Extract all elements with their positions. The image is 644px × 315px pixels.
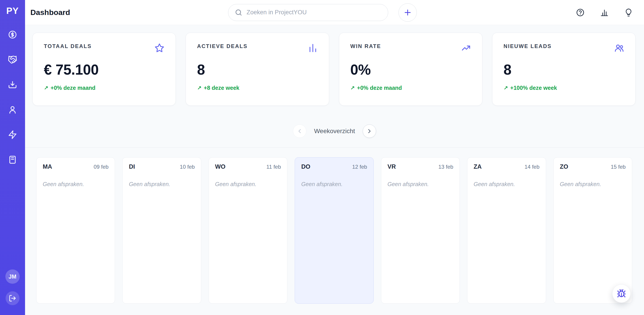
- trend-arrow-icon: ↗: [197, 85, 202, 91]
- logout-icon: [9, 295, 16, 302]
- day-date: 09 feb: [94, 164, 109, 170]
- stats-row: TOTAAL DEALS € 75.100 ↗ +0% deze maand A…: [25, 25, 644, 106]
- day-name: VR: [388, 163, 396, 170]
- trend-arrow-icon: ↗: [504, 85, 508, 91]
- day-empty-text: Geen afspraken.: [474, 181, 539, 187]
- day-date: 14 feb: [524, 164, 540, 170]
- trend-up-icon: [461, 43, 471, 54]
- stat-card-totaal-deals: TOTAAL DEALS € 75.100 ↗ +0% deze maand: [32, 33, 176, 106]
- sidebar-item-notes[interactable]: [4, 152, 20, 168]
- day-card-zo[interactable]: ZO 15 feb Geen afspraken.: [554, 157, 632, 304]
- main-area: Dashboard: [25, 0, 644, 315]
- day-date: 11 feb: [266, 164, 281, 170]
- search-icon: [234, 8, 242, 16]
- app-logo[interactable]: PY: [6, 6, 18, 16]
- week-grid: MA 09 feb Geen afspraken. DI 10 feb Geen…: [25, 147, 644, 315]
- day-name: ZO: [560, 163, 568, 170]
- day-date: 13 feb: [438, 164, 453, 170]
- day-name: MA: [43, 163, 52, 170]
- stat-value: 8: [504, 61, 624, 78]
- day-empty-text: Geen afspraken.: [43, 181, 108, 187]
- day-empty-text: Geen afspraken.: [560, 181, 626, 187]
- stat-delta: ↗ +8 deze week: [197, 85, 318, 91]
- sidebar-item-inbox[interactable]: [4, 77, 20, 93]
- notebook-icon: [8, 155, 17, 164]
- day-date: 15 feb: [611, 164, 626, 170]
- day-card-do-today[interactable]: DO 12 feb Geen afspraken.: [295, 157, 374, 304]
- plus-icon: [403, 8, 412, 17]
- sidebar-footer: JM: [5, 270, 20, 305]
- day-empty-text: Geen afspraken.: [388, 181, 453, 187]
- stat-card-actieve-deals: ACTIEVE DEALS 8 ↗ +8 deze week: [186, 33, 329, 106]
- day-empty-text: Geen afspraken.: [129, 181, 194, 187]
- day-card-di[interactable]: DI 10 feb Geen afspraken.: [122, 157, 201, 304]
- dollar-target-icon: [8, 30, 17, 39]
- day-card-za[interactable]: ZA 14 feb Geen afspraken.: [467, 157, 546, 304]
- sidebar-nav: [4, 26, 20, 168]
- tips-button[interactable]: [623, 7, 634, 18]
- sidebar-item-deals-value[interactable]: [4, 26, 20, 43]
- user-icon: [8, 105, 17, 114]
- search-box[interactable]: [228, 4, 388, 21]
- header-actions: [575, 7, 634, 18]
- avatar[interactable]: JM: [5, 270, 20, 284]
- handshake-icon: [8, 55, 17, 64]
- sidebar: PY: [0, 0, 25, 315]
- stat-delta-text: +0% deze maand: [50, 85, 96, 91]
- stat-delta-text: +8 deze week: [204, 85, 239, 91]
- sidebar-item-contacts[interactable]: [4, 102, 20, 118]
- stat-label: ACTIEVE DEALS: [197, 43, 248, 49]
- day-empty-text: Geen afspraken.: [215, 181, 281, 187]
- reports-button[interactable]: [599, 7, 610, 18]
- day-date: 10 feb: [180, 164, 195, 170]
- trend-arrow-icon: ↗: [350, 85, 355, 91]
- week-nav: Weekoverzicht: [25, 124, 644, 138]
- trend-arrow-icon: ↗: [44, 85, 48, 91]
- stat-value: 0%: [350, 61, 471, 78]
- stat-delta: ↗ +0% deze maand: [350, 85, 471, 91]
- stat-card-win-rate: WIN RATE 0% ↗ +0% deze maand: [339, 33, 482, 106]
- week-title: Weekoverzicht: [314, 128, 355, 135]
- chevron-right-icon: [366, 128, 373, 134]
- lightbulb-icon: [624, 8, 633, 17]
- day-card-vr[interactable]: VR 13 feb Geen afspraken.: [381, 157, 460, 304]
- next-week-button[interactable]: [363, 124, 376, 138]
- app-root: PY: [0, 0, 644, 315]
- lightning-icon: [8, 130, 17, 139]
- help-button[interactable]: [575, 7, 586, 18]
- stat-delta-text: +100% deze week: [510, 85, 557, 91]
- day-empty-text: Geen afspraken.: [301, 181, 367, 187]
- stat-delta: ↗ +100% deze week: [504, 85, 624, 91]
- help-icon: [576, 8, 584, 17]
- stat-label: WIN RATE: [350, 43, 381, 49]
- stat-value: € 75.100: [44, 61, 164, 78]
- search-input[interactable]: [247, 9, 382, 16]
- star-icon: [154, 43, 164, 54]
- bar-chart-icon: [600, 8, 609, 17]
- stat-label: TOTAAL DEALS: [44, 43, 92, 49]
- logout-button[interactable]: [6, 291, 20, 305]
- day-name: WO: [215, 163, 226, 170]
- bug-icon: [617, 289, 626, 298]
- day-card-wo[interactable]: WO 11 feb Geen afspraken.: [209, 157, 287, 304]
- prev-week-button[interactable]: [293, 124, 306, 138]
- stat-delta: ↗ +0% deze maand: [44, 85, 164, 91]
- stat-card-nieuwe-leads: NIEUWE LEADS 8 ↗ +100% deze week: [492, 33, 636, 106]
- stat-label: NIEUWE LEADS: [504, 43, 552, 49]
- day-card-ma[interactable]: MA 09 feb Geen afspraken.: [36, 157, 115, 304]
- day-name: ZA: [474, 163, 482, 170]
- page-title: Dashboard: [30, 8, 70, 17]
- stat-delta-text: +0% deze maand: [357, 85, 402, 91]
- bug-report-button[interactable]: [612, 284, 630, 303]
- chevron-left-icon: [296, 128, 303, 134]
- sidebar-item-deals[interactable]: [4, 52, 20, 68]
- inbox-icon: [8, 80, 17, 89]
- sidebar-item-automations[interactable]: [4, 127, 20, 143]
- day-name: DO: [301, 163, 310, 170]
- bar-chart-icon: [308, 43, 318, 54]
- day-date: 12 feb: [352, 164, 367, 170]
- day-name: DI: [129, 163, 135, 170]
- stat-value: 8: [197, 61, 318, 78]
- add-button[interactable]: [398, 3, 417, 22]
- topbar: Dashboard: [25, 0, 644, 25]
